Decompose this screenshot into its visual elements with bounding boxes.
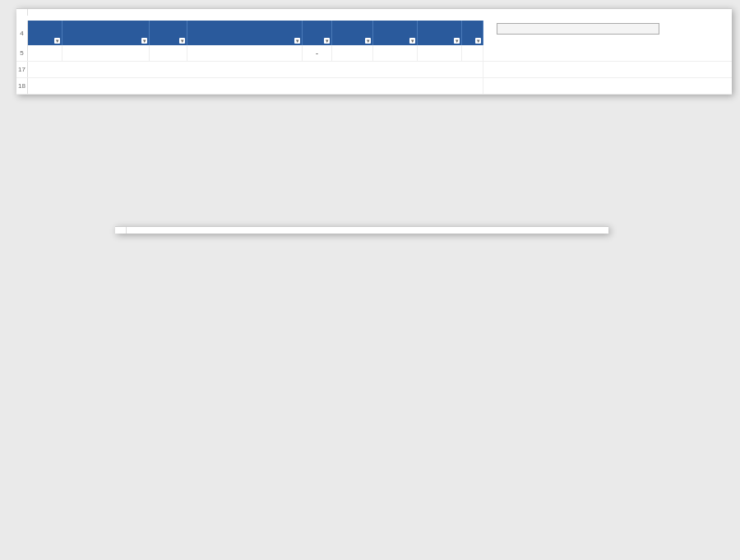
filter-icon[interactable]	[409, 38, 415, 44]
row-label: 18	[16, 78, 28, 94]
col-status[interactable]	[28, 21, 62, 45]
content-calendar-sheet: 4 5 -	[16, 8, 732, 95]
col-desclen[interactable]	[303, 21, 332, 45]
col-shortdesc[interactable]	[187, 21, 303, 45]
col-link[interactable]	[462, 21, 483, 45]
row-label	[16, 9, 28, 16]
calendar-title	[127, 227, 136, 234]
insert-note	[30, 67, 37, 73]
col-title[interactable]	[62, 21, 150, 45]
filter-icon[interactable]	[141, 38, 147, 44]
filter-icon[interactable]	[54, 38, 60, 44]
filter-icon[interactable]	[179, 38, 185, 44]
col-assigned[interactable]	[332, 21, 373, 45]
filter-icon[interactable]	[324, 38, 330, 44]
row-label: 4	[16, 21, 28, 45]
filter-icon[interactable]	[475, 38, 481, 44]
filter-icon[interactable]	[454, 38, 460, 44]
row-label: 5	[16, 45, 28, 61]
page-title	[28, 9, 732, 16]
col-publish[interactable]	[418, 21, 462, 45]
col-priority[interactable]	[150, 21, 187, 45]
table-header-row	[28, 21, 483, 45]
row-label: 17	[16, 62, 28, 77]
col-draft[interactable]	[373, 21, 418, 45]
calendar-sheet	[115, 226, 608, 234]
filter-icon[interactable]	[294, 38, 300, 44]
filter-icon[interactable]	[365, 38, 371, 44]
